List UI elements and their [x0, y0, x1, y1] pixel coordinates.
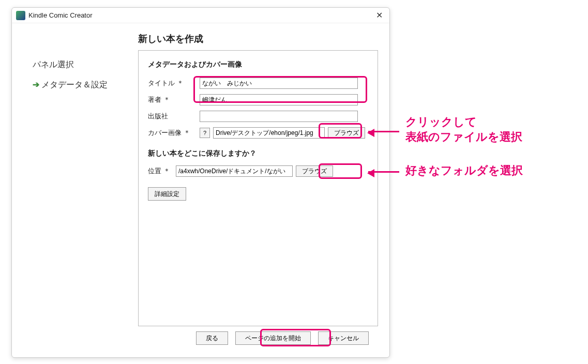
page-title: 新しい本を作成 — [138, 33, 378, 45]
annotation-cover-line1: クリックして — [405, 115, 522, 130]
title-label: タイトル ＊ — [148, 79, 200, 88]
author-label: 著者 ＊ — [148, 95, 200, 104]
annotation-cover: クリックして 表紙のファイルを選択 — [405, 115, 522, 144]
cover-help-button[interactable]: ? — [200, 128, 210, 138]
location-browse-button[interactable]: ブラウズ — [296, 165, 333, 177]
sidebar-step-metadata[interactable]: ➔メタデータ＆設定 — [33, 80, 115, 90]
annotation-location-text: 好きなフォルダを選択 — [405, 164, 523, 177]
wizard-sidebar: パネル選択 ➔メタデータ＆設定 — [12, 23, 126, 357]
app-icon — [16, 11, 25, 20]
author-input[interactable] — [200, 94, 358, 105]
cover-browse-button[interactable]: ブラウズ — [328, 127, 365, 139]
arrow-to-location-browse — [368, 171, 399, 173]
close-icon[interactable]: ✕ — [373, 9, 385, 22]
title-row: タイトル ＊ — [148, 78, 368, 89]
start-add-pages-button[interactable]: ページの追加を開始 — [235, 331, 311, 345]
app-window: Kindle Comic Creator ✕ パネル選択 ➔メタデータ＆設定 新… — [11, 7, 390, 358]
arrow-to-cover-browse — [368, 131, 399, 132]
back-button[interactable]: 戻る — [196, 331, 228, 345]
title-input[interactable] — [200, 78, 358, 89]
sidebar-step-metadata-label: メタデータ＆設定 — [41, 80, 108, 89]
annotation-location: 好きなフォルダを選択 — [405, 163, 523, 178]
footer-buttons: 戻る ページの追加を開始 キャンセル — [138, 326, 378, 352]
sidebar-step-panel-select[interactable]: パネル選択 — [33, 59, 115, 70]
annotation-cover-line2: 表紙のファイルを選択 — [405, 130, 522, 145]
location-label: 位置 ＊ — [148, 166, 176, 176]
cover-label: カバー画像 ＊ — [148, 128, 200, 138]
location-row: 位置 ＊ ブラウズ — [148, 165, 368, 177]
publisher-row: 出版社 — [148, 111, 368, 122]
cancel-button[interactable]: キャンセル — [318, 331, 369, 345]
advanced-settings-button[interactable]: 詳細設定 — [148, 187, 186, 201]
save-location-heading: 新しい本をどこに保存しますか？ — [148, 149, 368, 158]
arrow-right-icon: ➔ — [33, 80, 39, 89]
publisher-input[interactable] — [200, 111, 358, 122]
cover-row: カバー画像 ＊ ? ブラウズ — [148, 127, 368, 139]
publisher-label: 出版社 — [148, 112, 200, 121]
cover-path-input[interactable] — [213, 127, 325, 139]
main-panel: 新しい本を作成 メタデータおよびカバー画像 タイトル ＊ 著者 ＊ 出版社 カバ… — [126, 23, 389, 357]
window-body: パネル選択 ➔メタデータ＆設定 新しい本を作成 メタデータおよびカバー画像 タイ… — [12, 23, 389, 357]
title-bar: Kindle Comic Creator ✕ — [12, 8, 389, 23]
author-row: 著者 ＊ — [148, 94, 368, 105]
form-panel: メタデータおよびカバー画像 タイトル ＊ 著者 ＊ 出版社 カバー画像 ＊ ? — [138, 50, 378, 326]
metadata-heading: メタデータおよびカバー画像 — [148, 60, 368, 69]
window-title: Kindle Comic Creator — [28, 11, 373, 19]
location-path-input[interactable] — [176, 165, 293, 177]
